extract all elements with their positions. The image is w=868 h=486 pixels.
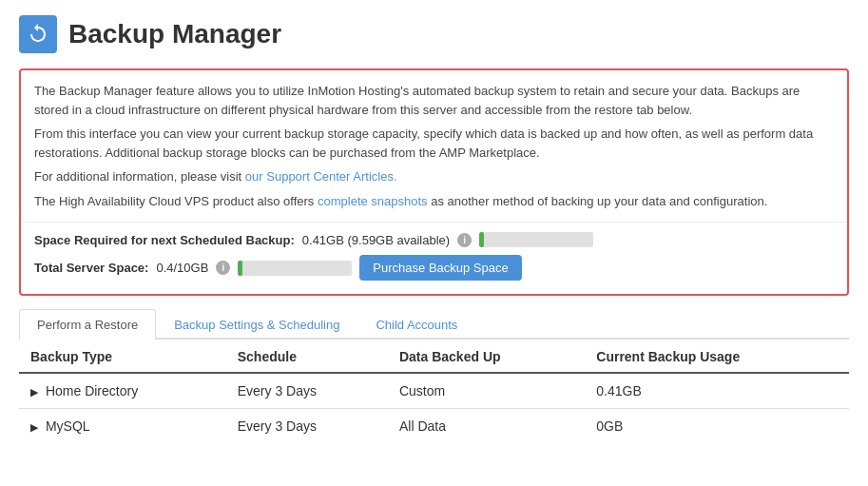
expand-icon-1[interactable]: ▶ <box>30 386 38 398</box>
info-metrics-box: The Backup Manager feature allows you to… <box>19 68 849 296</box>
col-backup-type: Backup Type <box>19 340 226 373</box>
total-server-row: Total Server Space: 0.4/10GB i Purchase … <box>34 255 834 281</box>
space-required-label: Space Required for next Scheduled Backup… <box>34 233 295 247</box>
space-required-row: Space Required for next Scheduled Backup… <box>34 232 834 247</box>
tab-perform-restore[interactable]: Perform a Restore <box>19 309 156 340</box>
info-text-section: The Backup Manager feature allows you to… <box>21 70 847 223</box>
support-center-link[interactable]: our Support Center Articles. <box>245 169 397 184</box>
info-line-3: For additional information, please visit… <box>34 167 834 186</box>
cell-usage-1: 0.41GB <box>585 373 849 409</box>
cell-schedule-1: Every 3 Days <box>226 373 388 409</box>
purchase-backup-space-button[interactable]: Purchase Backup Space <box>359 255 521 281</box>
cell-type-1: ▶ Home Directory <box>19 373 226 409</box>
expand-icon-2[interactable]: ▶ <box>30 421 38 433</box>
col-data-backed-up: Data Backed Up <box>388 340 585 373</box>
cell-data-backed-2: All Data <box>388 409 585 444</box>
space-required-value: 0.41GB (9.59GB available) <box>302 233 450 247</box>
cell-usage-2: 0GB <box>585 409 849 444</box>
info-line-1: The Backup Manager feature allows you to… <box>34 82 834 119</box>
total-server-info-icon[interactable]: i <box>216 261 230 275</box>
table-row: ▶ MySQL Every 3 Days All Data 0GB <box>19 409 849 444</box>
space-required-progress-fill <box>479 232 484 247</box>
backup-manager-icon <box>19 15 57 53</box>
info-line-2: From this interface you can view your cu… <box>34 125 834 162</box>
type-label-2: MySQL <box>46 418 90 434</box>
total-server-value: 0.4/10GB <box>156 261 208 275</box>
page-title: Backup Manager <box>68 19 281 49</box>
total-server-progress-bar <box>238 261 352 276</box>
col-schedule: Schedule <box>226 340 388 373</box>
tab-child-accounts[interactable]: Child Accounts <box>357 309 475 340</box>
info-line-3-prefix: For additional information, please visit <box>34 169 245 184</box>
cell-data-backed-1: Custom <box>388 373 585 409</box>
info-line-4-suffix: as another method of backing up your dat… <box>428 194 768 208</box>
info-line-4-prefix: The High Availability Cloud VPS product … <box>34 194 318 208</box>
backup-table: Backup Type Schedule Data Backed Up Curr… <box>19 340 849 443</box>
table-row: ▶ Home Directory Every 3 Days Custom 0.4… <box>19 373 849 409</box>
table-header-row: Backup Type Schedule Data Backed Up Curr… <box>19 340 849 373</box>
space-required-info-icon[interactable]: i <box>457 233 472 247</box>
type-label-1: Home Directory <box>46 383 138 399</box>
cell-type-2: ▶ MySQL <box>19 409 226 444</box>
cell-schedule-2: Every 3 Days <box>226 409 388 444</box>
space-required-progress-bar <box>479 232 593 247</box>
metrics-section: Space Required for next Scheduled Backup… <box>21 223 847 294</box>
info-line-4: The High Availability Cloud VPS product … <box>34 192 834 211</box>
col-current-backup-usage: Current Backup Usage <box>585 340 849 373</box>
total-server-label: Total Server Space: <box>34 261 148 275</box>
total-server-progress-fill <box>238 261 242 276</box>
snapshots-link[interactable]: complete snapshots <box>318 194 428 208</box>
page-wrapper: Backup Manager The Backup Manager featur… <box>0 0 868 458</box>
tabs-bar: Perform a Restore Backup Settings & Sche… <box>19 309 849 340</box>
tab-backup-settings[interactable]: Backup Settings & Scheduling <box>156 309 357 340</box>
page-header: Backup Manager <box>19 15 849 53</box>
